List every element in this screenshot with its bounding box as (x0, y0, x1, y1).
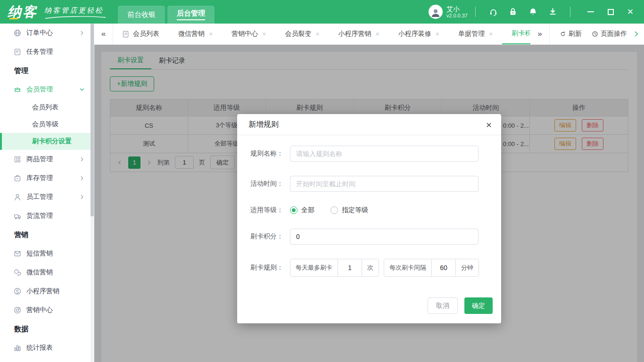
interval-input[interactable] (431, 259, 456, 277)
chevron-right-icon[interactable] (633, 30, 640, 38)
tab-close-icon[interactable]: × (436, 30, 439, 38)
chevron-right-icon (79, 175, 85, 181)
sidebar-item-inventory-management[interactable]: 库存管理 (0, 169, 94, 188)
sidebar-item-label: 订单中心 (26, 29, 53, 37)
refresh-button[interactable]: 刷新 (555, 30, 586, 38)
tab-close-icon[interactable]: × (262, 30, 266, 38)
avatar[interactable] (429, 5, 443, 19)
sidebar-item-marketing-center[interactable]: 营销中心 (0, 301, 94, 320)
page-tab-miniprogram-marketing[interactable]: 小程序营销× (329, 24, 389, 44)
field-card-rule: 刷卡规则： 每天最多刷卡 次 每次刷卡间隔 分钟 (250, 259, 488, 277)
avatar-person-icon (429, 7, 442, 19)
sidebar-subitem-label: 会员列表 (32, 103, 58, 112)
sidebar-scrollbar[interactable] (91, 24, 94, 362)
tab-close-icon[interactable]: × (376, 30, 380, 38)
page-tab-marketing-center[interactable]: 营销中心× (222, 24, 275, 44)
rule-name-input[interactable] (290, 146, 479, 162)
radio-unselected-icon[interactable] (330, 206, 338, 214)
radio-label: 指定等级 (342, 206, 368, 214)
maximize-button[interactable] (603, 5, 618, 19)
sidebar-item-label: 营销中心 (26, 306, 53, 314)
support-headset-icon[interactable] (488, 7, 498, 17)
sidebar-subitem-card-points-settings[interactable]: 刷卡积分设置 (0, 133, 91, 150)
brand-logo: 纳客 (8, 0, 38, 24)
daily-max-prefix: 每天最多刷卡 (290, 259, 338, 277)
daily-max-swipes-group: 每天最多刷卡 次 (290, 259, 379, 277)
sidebar-item-label: 员工管理 (26, 193, 53, 201)
card-points-label: 刷卡积分： (250, 232, 290, 241)
page-tab-wechat-marketing[interactable]: 微信营销× (169, 24, 222, 44)
nav-tab-backend-admin[interactable]: 后台管理 (167, 6, 215, 24)
interval-prefix: 每次刷卡间隔 (384, 259, 432, 277)
field-rule-name: 规则名称： (250, 146, 488, 162)
interval-unit: 分钟 (455, 259, 479, 277)
sidebar-item-label: 小程序营销 (26, 287, 59, 296)
sidebar-item-miniprogram-marketing[interactable]: 小程序营销 (0, 282, 94, 301)
sidebar-subitem-member-list[interactable]: 会员列表 (0, 99, 91, 116)
tabs-scroll-left-button[interactable]: « (94, 24, 113, 44)
cancel-button[interactable]: 取消 (428, 297, 458, 314)
nav-tab-label: 后台管理 (177, 9, 205, 20)
sidebar-item-order-center[interactable]: 订单中心 (0, 24, 94, 42)
sidebar-item-statistics-reports[interactable]: 统计报表 (0, 338, 94, 357)
page-tab-document-management[interactable]: 单据管理× (449, 24, 502, 44)
page-tab-card-points-settings[interactable]: 刷卡积分设置× (502, 24, 530, 44)
sidebar-scrollbar-thumb[interactable] (91, 24, 94, 216)
nav-tab-front-cashier[interactable]: 前台收银 (118, 6, 165, 24)
tab-close-icon[interactable]: × (315, 30, 319, 38)
radio-option-specified-level[interactable]: 指定等级 (330, 206, 368, 214)
dialog-close-icon[interactable]: × (486, 120, 492, 130)
page-icon (123, 31, 129, 38)
download-icon[interactable] (547, 7, 558, 17)
sidebar-item-label: 统计报表 (26, 344, 53, 352)
sidebar-item-logistics-management[interactable]: 货流管理 (0, 206, 94, 225)
goods-icon (13, 155, 22, 164)
tab-close-icon[interactable]: × (209, 30, 213, 38)
daily-max-input[interactable] (338, 259, 362, 277)
active-time-input[interactable] (290, 176, 479, 192)
radio-selected-icon[interactable] (290, 206, 297, 214)
page-tab-label: 小程序装修 (398, 30, 431, 38)
sidebar-item-goods-management[interactable]: 商品管理 (0, 150, 94, 169)
page-tab-label: 小程序营销 (339, 30, 372, 38)
page-tab-miniprogram-decoration[interactable]: 小程序装修× (389, 24, 449, 44)
applicable-level-label: 适用等级： (250, 206, 290, 214)
page-tab-label: 微信营销 (178, 30, 205, 38)
sidebar-item-label: 商品管理 (26, 155, 53, 164)
close-button[interactable]: × (623, 5, 637, 19)
sidebar-item-label: 短信营销 (26, 249, 53, 258)
sidebar-item-wechat-marketing[interactable]: 微信营销 (0, 263, 94, 282)
sidebar-subitem-label: 刷卡积分设置 (32, 137, 72, 146)
card-points-input[interactable] (290, 229, 479, 245)
bell-icon[interactable] (528, 7, 538, 17)
sidebar-item-partial[interactable] (0, 357, 94, 362)
lock-icon[interactable] (508, 7, 518, 17)
sidebar-item-label: 会员管理 (26, 85, 53, 94)
daily-max-unit: 次 (362, 259, 379, 277)
tabs-scroll-right-button[interactable]: » (530, 24, 549, 44)
sidebar-subitem-member-level[interactable]: 会员等级 (0, 116, 91, 133)
sidebar-item-staff-management[interactable]: 员工管理 (0, 188, 94, 206)
sidebar-item-sms-marketing[interactable]: 短信营销 (0, 244, 94, 263)
swipe-interval-group: 每次刷卡间隔 分钟 (384, 259, 479, 277)
refresh-label: 刷新 (569, 30, 582, 38)
maximize-icon (608, 9, 614, 15)
app-window: 纳客 纳客管店更轻松 前台收银 后台管理 艾小 v2.0.0.37 (0, 0, 644, 362)
header-right-area: 艾小 v2.0.0.37 × (429, 5, 644, 19)
radio-option-all[interactable]: 全部 (290, 206, 314, 214)
slogan-underline-swoosh (44, 16, 107, 19)
minimize-button[interactable] (584, 5, 598, 19)
nav-tab-label: 前台收银 (127, 10, 156, 19)
radio-label: 全部 (301, 206, 314, 214)
page-tab-label: 单据管理 (458, 30, 485, 38)
person-icon (13, 193, 22, 201)
page-tab-member-list[interactable]: 会员列表 (113, 24, 169, 44)
tab-close-icon[interactable]: × (489, 30, 493, 38)
sidebar-item-task-management[interactable]: 任务管理 (0, 42, 94, 61)
confirm-button[interactable]: 确定 (464, 297, 493, 314)
field-card-points: 刷卡积分： (250, 229, 488, 245)
sidebar-item-member-management[interactable]: 会员管理 (0, 80, 94, 99)
page-operations-button[interactable]: 页面操作 (587, 30, 631, 38)
add-rule-dialog: 新增规则 × 规则名称： 活动时间： 适用等级： 全部 指定等级 (237, 114, 501, 323)
page-tab-member-fission[interactable]: 会员裂变× (275, 24, 329, 44)
